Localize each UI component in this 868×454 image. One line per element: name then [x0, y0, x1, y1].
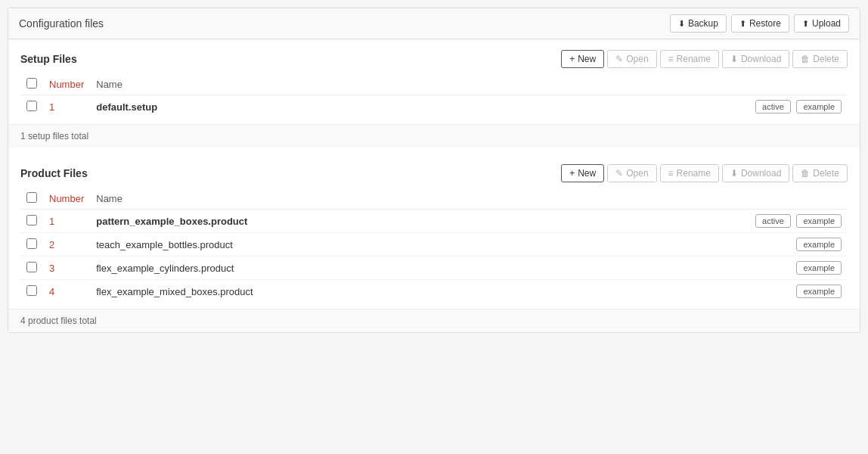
product-row-number-1: 1: [43, 210, 90, 233]
product-files-table: Number Name 1 pattern_example_boxes.prod…: [20, 188, 848, 303]
setup-download-button[interactable]: ⬇ Download: [722, 50, 789, 68]
product-row-name-1: pattern_example_boxes.product: [96, 216, 247, 227]
setup-new-button[interactable]: + New: [561, 50, 604, 68]
product-row-name-3: flex_example_cylinders.product: [96, 263, 234, 274]
restore-icon: ⬆: [739, 19, 746, 29]
product-tag-example-3: example: [796, 261, 842, 275]
product-download-button[interactable]: ⬇ Download: [722, 164, 789, 182]
restore-button[interactable]: ⬆ Restore: [731, 14, 789, 33]
header-buttons: ⬇ Backup ⬆ Restore ⬆ Upload: [670, 14, 849, 33]
product-new-button[interactable]: + New: [561, 164, 604, 182]
product-rename-button[interactable]: ≡ Rename: [660, 164, 719, 182]
upload-icon: ⬆: [802, 19, 809, 29]
product-row-checkbox-3[interactable]: [26, 262, 37, 272]
backup-icon: ⬇: [678, 19, 685, 29]
product-open-icon: ✎: [615, 168, 623, 179]
product-section-header: Product Files + New ✎ Open ≡ Rename ⬇ Do…: [20, 164, 848, 182]
setup-row-name-1: default.setup: [96, 101, 157, 113]
setup-tag-example: example: [796, 100, 842, 114]
setup-section-header: Setup Files + New ✎ Open ≡ Rename ⬇ Down…: [20, 50, 848, 68]
setup-download-icon: ⬇: [730, 54, 738, 64]
product-row-checkbox-4[interactable]: [26, 285, 37, 296]
product-tag-active-1: active: [755, 214, 791, 228]
setup-open-button[interactable]: ✎ Open: [607, 50, 656, 68]
product-section-title: Product Files: [20, 167, 88, 179]
setup-section-actions: + New ✎ Open ≡ Rename ⬇ Download 🗑 De: [561, 50, 848, 68]
setup-files-section: Setup Files + New ✎ Open ≡ Rename ⬇ Down…: [8, 39, 860, 118]
setup-files-table: Number Name 1 default.setup active: [20, 74, 848, 118]
product-open-button[interactable]: ✎ Open: [607, 164, 656, 182]
product-row-checkbox-1[interactable]: [26, 215, 37, 225]
setup-rename-icon: ≡: [668, 54, 674, 64]
product-row-number-4: 4: [43, 280, 90, 303]
product-files-section: Product Files + New ✎ Open ≡ Rename ⬇ Do…: [8, 154, 860, 303]
product-row-tags-2: example: [793, 238, 842, 251]
product-row-number-3: 3: [43, 257, 90, 280]
product-row-number-2: 2: [43, 233, 90, 257]
setup-open-icon: ✎: [615, 54, 623, 64]
table-row: 3 flex_example_cylinders.product example: [20, 257, 848, 280]
product-tag-example-1: example: [796, 214, 842, 228]
product-row-tags-3: example: [793, 261, 842, 275]
table-row: 2 teach_example_bottles.product example: [20, 233, 848, 257]
setup-row-number-1: 1: [43, 95, 90, 119]
setup-section-title: Setup Files: [20, 53, 77, 65]
page-title: Configuration files: [19, 17, 104, 30]
table-row: 1 default.setup active example: [20, 95, 848, 119]
product-tag-example-2: example: [796, 238, 842, 251]
setup-delete-icon: 🗑: [801, 54, 810, 64]
product-col-check: [20, 188, 43, 210]
setup-rename-button[interactable]: ≡ Rename: [660, 50, 719, 68]
table-row: 4 flex_example_mixed_boxes.product examp…: [20, 280, 848, 303]
product-section-footer: 4 product files total: [8, 309, 860, 332]
product-col-number: Number: [43, 188, 90, 210]
setup-row-tags-1: active example: [752, 100, 842, 114]
setup-section-footer: 1 setup files total: [8, 124, 860, 148]
setup-tag-active: active: [755, 100, 791, 114]
table-row: 1 pattern_example_boxes.product active e…: [20, 210, 848, 233]
product-row-checkbox-2[interactable]: [26, 238, 37, 249]
product-row-tags-4: example: [793, 285, 842, 298]
setup-row-checkbox-1[interactable]: [26, 101, 37, 111]
setup-col-check: [20, 74, 43, 95]
product-download-icon: ⬇: [730, 168, 738, 179]
setup-col-name: Name: [90, 74, 848, 95]
product-col-name: Name: [90, 188, 848, 210]
product-rename-icon: ≡: [668, 168, 674, 179]
product-delete-button[interactable]: 🗑 Delete: [792, 164, 848, 182]
setup-new-plus-icon: +: [569, 54, 575, 64]
product-row-name-2: teach_example_bottles.product: [96, 239, 233, 250]
main-container: Configuration files ⬇ Backup ⬆ Restore ⬆…: [8, 8, 860, 333]
backup-button[interactable]: ⬇ Backup: [670, 14, 727, 33]
product-select-all-checkbox[interactable]: [26, 192, 37, 203]
product-section-actions: + New ✎ Open ≡ Rename ⬇ Download 🗑 De: [561, 164, 848, 182]
product-delete-icon: 🗑: [801, 168, 810, 179]
setup-delete-button[interactable]: 🗑 Delete: [792, 50, 848, 68]
upload-button[interactable]: ⬆ Upload: [794, 14, 849, 33]
product-tag-example-4: example: [796, 285, 842, 298]
product-row-tags-1: active example: [752, 214, 842, 228]
page-header: Configuration files ⬇ Backup ⬆ Restore ⬆…: [8, 8, 860, 39]
setup-select-all-checkbox[interactable]: [26, 78, 37, 89]
product-row-name-4: flex_example_mixed_boxes.product: [96, 286, 253, 297]
product-new-plus-icon: +: [569, 168, 575, 179]
setup-col-number: Number: [43, 74, 90, 95]
